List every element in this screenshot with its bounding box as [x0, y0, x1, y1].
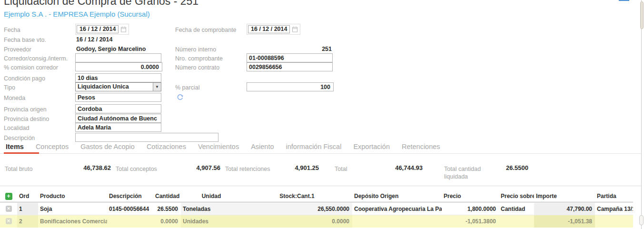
- fecha-label: Fecha: [4, 27, 20, 34]
- corredor-input[interactable]: [75, 53, 161, 62]
- row-precio[interactable]: 1,800.0000: [442, 203, 499, 215]
- fecha-base-value: 16 / 12 / 2014: [76, 36, 112, 43]
- row-partida[interactable]: [595, 215, 633, 228]
- row-producto[interactable]: Bonificaciones Comerciales de Granos: [38, 215, 107, 228]
- col-partida: Partida: [595, 190, 633, 202]
- tab-exportacion[interactable]: Exportación: [353, 140, 390, 154]
- tab-bar: Items Conceptos Gastos de Acopio Cotizac…: [0, 140, 641, 154]
- total-retenciones-value: 4,901.25: [267, 164, 319, 171]
- numero-contrato-input[interactable]: [247, 62, 333, 71]
- tab-asiento[interactable]: Asiento: [251, 140, 274, 154]
- tab-informacion-fiscal[interactable]: información Fiscal: [286, 140, 342, 154]
- total-value: 46,744.93: [369, 164, 423, 171]
- col-unidad: Unidad: [181, 190, 242, 202]
- row-cantidad[interactable]: 26.5500: [153, 203, 181, 215]
- fecha-base-label: Fecha base vto.: [4, 37, 46, 44]
- col-descripcion: Descripción: [107, 190, 153, 202]
- row-descripcion[interactable]: [107, 215, 153, 228]
- provincia-destino-input[interactable]: [75, 114, 161, 123]
- company-subtitle: Ejemplo S.A . - EMPRESA Ejemplo (Sucursa…: [4, 10, 150, 18]
- row-precio-sobre[interactable]: [499, 215, 534, 228]
- comision-label: % comision corredor: [4, 64, 58, 71]
- condicion-pago-input[interactable]: [75, 73, 161, 82]
- row-importe[interactable]: 47,790.00: [534, 203, 595, 215]
- numero-interno-label: Número interno: [175, 46, 216, 53]
- row-unidad[interactable]: Toneladas: [181, 203, 242, 215]
- delete-row-cell: ✕: [0, 203, 17, 215]
- col-ord: Ord: [17, 190, 38, 202]
- table-row-highlighted[interactable]: ✕ 2 Bonificaciones Comerciales de Granos…: [0, 215, 633, 228]
- localidad-label: Localidad: [4, 125, 30, 132]
- provincia-destino-label: Provincia destino: [4, 116, 49, 123]
- provincia-origen-label: Provincia origen: [4, 106, 47, 113]
- tab-retenciones[interactable]: Retenciones: [402, 140, 440, 154]
- row-deposito-origen[interactable]: Cooperativa Agropecuaria La Paz SRL: [352, 203, 442, 215]
- tipo-select[interactable]: Liquidacion Unica ▼: [75, 82, 161, 91]
- fecha-comprobante-input[interactable]: 16 / 12 / 2014: [247, 24, 300, 35]
- delete-row-icon[interactable]: ✕: [6, 218, 12, 224]
- delete-row-icon[interactable]: ✕: [6, 206, 12, 212]
- liquidacion-compra-granos-page: Liquidación de Compra de Granos - 251 Ej…: [0, 0, 644, 229]
- row-descripcion[interactable]: 0145-00056644: [107, 203, 153, 215]
- fecha-input[interactable]: 16 / 12 / 2014: [75, 24, 129, 35]
- fecha-comprobante-label: Fecha de comprobante: [175, 27, 237, 34]
- row-ord[interactable]: 2: [17, 215, 38, 228]
- tab-conceptos[interactable]: Conceptos: [36, 140, 69, 154]
- col-precio-sobre: Precio sobre: [499, 190, 534, 202]
- tab-cotizaciones[interactable]: Cotizaciones: [147, 140, 186, 154]
- tab-items[interactable]: Items: [6, 140, 24, 154]
- parcial-input[interactable]: [247, 82, 334, 91]
- col-cantidad: Cantidad: [153, 190, 181, 202]
- calendar-icon[interactable]: [120, 26, 127, 32]
- row-cantidad[interactable]: 0.0000: [153, 215, 181, 228]
- total-retenciones-label: Total retenciones: [225, 165, 270, 173]
- moneda-label: Moneda: [4, 95, 25, 102]
- row-importe[interactable]: -1,051.38: [534, 215, 595, 228]
- total-bruto-label: Total bruto: [5, 165, 32, 173]
- totals-divider: [0, 186, 641, 186]
- tab-gastos-de-acopio[interactable]: Gastos de Acopio: [80, 140, 135, 154]
- col-importe: Importe: [534, 190, 595, 202]
- calendar-icon[interactable]: [292, 26, 298, 32]
- provincia-origen-input[interactable]: [75, 104, 161, 113]
- tipo-value[interactable]: Liquidacion Unica: [76, 83, 153, 91]
- moneda-input[interactable]: [75, 93, 161, 102]
- table-row[interactable]: ✕ 1 Soja 0145-00056644 26.5500 Toneladas…: [0, 203, 633, 215]
- total-bruto-value: 46,738.62: [57, 164, 111, 171]
- corredor-label: Corredor/consig./interm.: [4, 55, 68, 62]
- comision-input[interactable]: [75, 62, 162, 71]
- nro-comprobante-input[interactable]: [247, 53, 333, 62]
- total-cantidad-liquidada-value: 26.5500: [481, 164, 528, 171]
- add-row-cell: +: [0, 190, 17, 202]
- dropdown-arrow-icon[interactable]: ▼: [153, 83, 161, 91]
- fecha-value[interactable]: 16 / 12 / 2014: [77, 25, 119, 33]
- proveedor-value: Godoy, Sergio Marcelino: [76, 46, 146, 53]
- total-label: Total: [335, 165, 347, 173]
- row-partida[interactable]: Campaña 13/14: [595, 203, 633, 215]
- right-panel-border: [641, 0, 642, 229]
- row-stock[interactable]: 26,550.0000: [242, 203, 352, 215]
- row-ord[interactable]: 1: [17, 203, 38, 215]
- row-precio[interactable]: -1,051.3800: [442, 215, 499, 228]
- nro-comprobante-label: Nro. comprobante: [175, 55, 223, 62]
- refresh-icon[interactable]: [176, 93, 184, 103]
- row-precio-sobre[interactable]: Cantidad: [499, 203, 534, 215]
- top-edge-accent: [619, 0, 629, 1]
- proveedor-label: Proveedor: [4, 46, 31, 53]
- row-unidad[interactable]: Unidades: [181, 215, 242, 228]
- items-table-header: + Ord Producto Descripción Cantidad Unid…: [0, 190, 633, 202]
- vertical-scrollbar-thumb[interactable]: [640, 1, 644, 29]
- row-deposito-origen[interactable]: [352, 215, 442, 228]
- row-producto[interactable]: Soja: [38, 203, 107, 215]
- delete-row-cell: ✕: [0, 215, 17, 228]
- tab-vencimientos[interactable]: Vencimientos: [198, 140, 239, 154]
- numero-contrato-label: Número contrato: [175, 64, 219, 71]
- add-row-icon[interactable]: +: [5, 193, 12, 200]
- numero-interno-value: 251: [247, 46, 332, 53]
- scrollbar-grip[interactable]: [639, 215, 644, 225]
- row-stock[interactable]: 0.0000: [242, 215, 352, 228]
- col-stock: Stock:Cant.1: [242, 190, 352, 202]
- localidad-input[interactable]: [75, 123, 161, 132]
- total-conceptos-label: Total conceptos: [116, 165, 157, 173]
- fecha-comprobante-value[interactable]: 16 / 12 / 2014: [248, 25, 290, 33]
